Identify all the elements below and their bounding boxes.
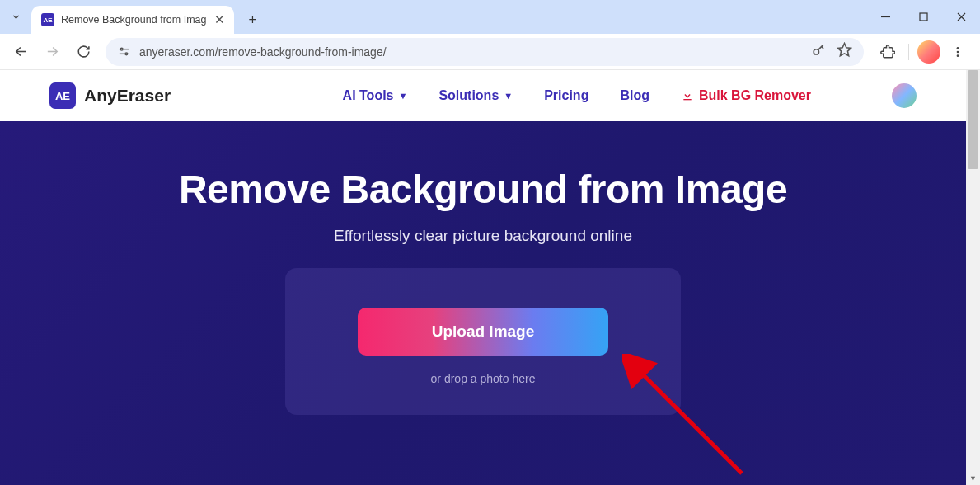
browser-profile-avatar[interactable]	[917, 40, 940, 64]
svg-point-6	[120, 48, 123, 50]
tab-search-dropdown[interactable]	[0, 0, 31, 34]
svg-point-16	[957, 47, 959, 49]
user-avatar[interactable]	[892, 83, 917, 108]
nav-ai-tools[interactable]: AI Tools ▼	[343, 88, 408, 103]
hero-title: Remove Background from Image	[179, 167, 787, 212]
drop-hint-text: or drop a photo here	[431, 372, 536, 385]
svg-marker-15	[838, 44, 851, 56]
logo-text: AnyEraser	[84, 86, 171, 106]
page-viewport: AE AnyEraser AI Tools ▼ Solutions ▼ Pric…	[0, 70, 980, 485]
site-logo[interactable]: AE AnyEraser	[49, 82, 171, 109]
svg-point-17	[957, 50, 959, 53]
url-text: anyeraser.com/remove-background-from-ima…	[139, 45, 803, 59]
nav-back-button[interactable]	[7, 38, 35, 66]
bookmark-star-icon[interactable]	[837, 42, 852, 61]
svg-point-9	[125, 53, 128, 55]
nav-label: Blog	[620, 88, 649, 103]
svg-rect-1	[920, 13, 927, 21]
svg-line-14	[822, 47, 823, 49]
address-bar[interactable]: anyeraser.com/remove-background-from-ima…	[106, 38, 864, 66]
nav-forward-button[interactable]	[38, 38, 66, 66]
window-controls	[866, 0, 980, 34]
main-nav: AI Tools ▼ Solutions ▼ Pricing Blog	[343, 83, 917, 108]
password-key-icon[interactable]	[811, 42, 827, 61]
window-close-button[interactable]	[942, 0, 980, 34]
svg-point-18	[957, 54, 959, 57]
chevron-down-icon: ▼	[504, 91, 513, 101]
vertical-scrollbar[interactable]: ▲ ▼	[966, 70, 980, 485]
site-header: AE AnyEraser AI Tools ▼ Solutions ▼ Pric…	[0, 70, 966, 121]
browser-tab-active[interactable]: AE Remove Background from Imag ✕	[31, 6, 234, 34]
nav-label: Solutions	[438, 88, 499, 103]
nav-pricing[interactable]: Pricing	[544, 88, 588, 103]
upload-dropzone[interactable]: Upload Image or drop a photo here	[285, 268, 681, 415]
browser-menu-button[interactable]	[945, 45, 970, 59]
nav-label: Bulk BG Remover	[699, 88, 811, 103]
scroll-thumb[interactable]	[968, 70, 978, 169]
hero-section: Remove Background from Image Effortlessl…	[0, 121, 966, 485]
chevron-down-icon: ▼	[399, 91, 408, 101]
tab-favicon: AE	[41, 13, 54, 26]
new-tab-button[interactable]: +	[241, 8, 264, 31]
scroll-down-arrow[interactable]: ▼	[966, 471, 980, 485]
window-minimize-button[interactable]	[866, 0, 904, 34]
nav-label: Pricing	[544, 88, 588, 103]
nav-solutions[interactable]: Solutions ▼	[438, 88, 513, 103]
nav-label: AI Tools	[343, 88, 394, 103]
window-maximize-button[interactable]	[904, 0, 942, 34]
download-icon	[681, 89, 694, 102]
logo-icon: AE	[49, 82, 76, 109]
tab-title: Remove Background from Imag	[61, 14, 206, 26]
site-settings-icon[interactable]	[117, 45, 131, 59]
nav-blog[interactable]: Blog	[620, 88, 649, 103]
svg-rect-19	[683, 99, 691, 100]
browser-tab-strip: AE Remove Background from Imag ✕ +	[0, 0, 980, 34]
hero-subtitle: Effortlessly clear picture background on…	[334, 227, 632, 245]
nav-bulk-bg-remover[interactable]: Bulk BG Remover	[681, 88, 811, 103]
browser-toolbar: anyeraser.com/remove-background-from-ima…	[0, 34, 980, 70]
extensions-button[interactable]	[875, 40, 900, 64]
nav-reload-button[interactable]	[69, 38, 97, 66]
upload-image-button[interactable]: Upload Image	[358, 308, 609, 356]
toolbar-divider	[908, 44, 909, 60]
tab-close-button[interactable]: ✕	[213, 13, 226, 26]
